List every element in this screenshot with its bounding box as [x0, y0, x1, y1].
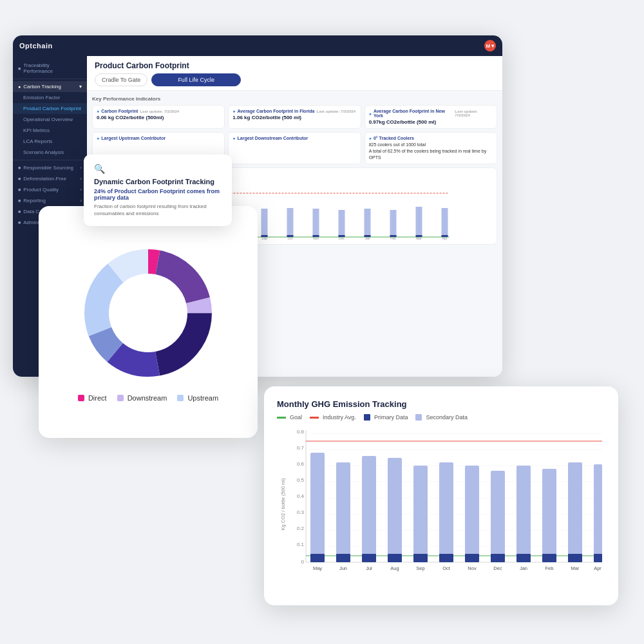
app-header: Optchain M ▾: [13, 35, 502, 56]
svg-text:May: May: [313, 565, 322, 571]
bar-chart-title: Monthly GHG Emission Tracking: [277, 399, 605, 409]
svg-rect-104: [594, 554, 602, 562]
donut-legend: Direct Downstream Upstream: [78, 394, 218, 402]
donut-chart-window: Direct Downstream Upstream: [39, 206, 258, 438]
legend-upstream: Upstream: [177, 394, 218, 402]
legend-direct: Direct: [78, 394, 107, 402]
svg-text:Feb: Feb: [545, 565, 554, 571]
svg-text:Jul: Jul: [366, 565, 372, 571]
kpi-title: Carbon Footprint: [101, 109, 138, 113]
svg-rect-71: [310, 554, 325, 562]
primary-indicator: [364, 414, 370, 421]
svg-text:Apr: Apr: [594, 565, 601, 571]
kpi-section-label: Key Performance Indicators: [92, 96, 497, 102]
kpi-title: Largest Downstream Contributor: [238, 136, 308, 140]
bar-chart-large-svg: 0.8 0.7 0.6 0.5 0.4 0.3 0.2 0.1 0 May Ju…: [277, 427, 605, 575]
svg-point-48: [111, 276, 185, 350]
svg-text:Nov: Nov: [313, 236, 319, 240]
tooltip-title: Dynamic Carbon Footprint Tracking: [94, 178, 222, 185]
svg-text:Aug: Aug: [390, 565, 399, 571]
svg-text:Mar: Mar: [571, 565, 580, 571]
kpi-card-coolers: ● 0° Tracked Coolers 825 coolers out of …: [365, 132, 497, 164]
user-avatar[interactable]: M ▾: [484, 40, 496, 52]
sidebar-item-label: LCA Reports: [23, 138, 52, 144]
svg-rect-89: [465, 554, 479, 562]
svg-rect-70: [310, 453, 325, 562]
tooltip-subtitle: 24% of Product Carbon Footprint comes fr…: [94, 188, 222, 201]
primary-label: Primary Data: [374, 414, 408, 421]
goal-indicator: [277, 417, 286, 419]
svg-text:0.5: 0.5: [297, 477, 305, 483]
svg-text:Jun: Jun: [339, 565, 347, 571]
direct-color: [78, 395, 84, 401]
svg-rect-77: [362, 554, 376, 562]
sidebar-item-carbon-tracking[interactable]: ● Carbon Tracking ▾: [13, 81, 87, 92]
svg-rect-97: [542, 469, 556, 562]
svg-rect-76: [362, 456, 376, 562]
donut-chart-svg: [77, 242, 219, 384]
kpi-card-downstream: ● Largest Downstream Contributor: [228, 132, 361, 164]
kpi-value: 0.97kg CO2e/bottle (500 ml): [369, 119, 493, 125]
upstream-label: Upstream: [187, 394, 218, 402]
kpi-title: Largest Upstream Contributor: [101, 136, 166, 140]
svg-rect-83: [413, 554, 428, 562]
sidebar-item-kpi-metrics[interactable]: KPI Metrics: [13, 125, 87, 136]
legend-industry-avg: Industry Avg.: [310, 414, 356, 421]
tooltip-popup: 🔍 Dynamic Carbon Footprint Tracking 24% …: [84, 155, 232, 226]
svg-rect-94: [516, 466, 531, 562]
svg-rect-95: [516, 554, 531, 562]
sidebar-item-label: Product Carbon Footprint: [23, 106, 81, 111]
svg-rect-88: [465, 466, 479, 562]
secondary-label: Secondary Data: [426, 414, 468, 421]
industry-label: Industry Avg.: [323, 414, 356, 421]
lifecycle-tabs: Cradle To Gate Full Life Cycle: [95, 73, 495, 86]
sidebar-item-deforestation[interactable]: ■ Deforestation-Free ›: [13, 173, 87, 184]
sidebar-item-responsible-sourcing[interactable]: ■ Responsible Sourcing ›: [13, 162, 87, 173]
sidebar-item-lca-reports[interactable]: LCA Reports: [13, 136, 87, 147]
svg-rect-80: [388, 554, 402, 562]
svg-rect-74: [336, 554, 350, 562]
svg-text:Nov: Nov: [468, 565, 477, 571]
svg-text:Mar: Mar: [416, 236, 422, 240]
sidebar-item-label: Product Quality: [23, 187, 59, 193]
full-life-cycle-tab[interactable]: Full Life Cycle: [151, 73, 241, 86]
svg-text:Sep: Sep: [416, 565, 424, 571]
svg-rect-21: [390, 210, 397, 237]
kpi-card-carbon-footprint: ● Carbon Footprint Last update: 7/2/2024…: [92, 105, 225, 129]
sidebar-item-operational-overview[interactable]: Operational Overview: [13, 114, 87, 125]
svg-rect-19: [365, 209, 371, 237]
donut-chart-container: [77, 242, 219, 384]
sidebar-item-product-quality[interactable]: ■ Product Quality ›: [13, 184, 87, 195]
divider: [13, 160, 87, 160]
kpi-value: 1.06 kg CO2e/bottle (500 ml): [232, 115, 356, 120]
svg-text:Apr: Apr: [442, 236, 448, 240]
svg-text:0.6: 0.6: [297, 461, 305, 467]
sidebar-item-emission-factor[interactable]: Emission Factor: [13, 92, 87, 103]
sidebar-item-label: Operational Overview: [23, 117, 73, 122]
svg-text:Jan: Jan: [520, 565, 527, 571]
sidebar-item-scenario-analysis[interactable]: Scenario Analysis: [13, 147, 87, 158]
page-title: Product Carbon Footprint: [95, 61, 495, 70]
svg-text:Kg CO2 / bottle (500 ml): Kg CO2 / bottle (500 ml): [280, 478, 286, 530]
upstream-color: [177, 395, 184, 401]
svg-rect-100: [568, 462, 582, 562]
sidebar-item-traceability[interactable]: ■ TraceabilityPerformance: [13, 60, 87, 77]
svg-text:Oct: Oct: [442, 565, 451, 571]
bar-chart-legend: Goal Industry Avg. Primary Data Secondar…: [277, 414, 605, 421]
svg-text:Jan: Jan: [365, 236, 370, 240]
sidebar-item-label: Deforestation-Free: [23, 176, 66, 182]
sidebar-item-product-carbon-footprint[interactable]: Product Carbon Footprint: [13, 103, 87, 114]
svg-rect-92: [491, 554, 505, 562]
sidebar-item-label: Reporting: [23, 198, 46, 204]
sidebar-item-label: Scenario Analysis: [23, 149, 64, 155]
sidebar-item-reporting[interactable]: ■ Reporting ›: [13, 195, 87, 206]
cradle-to-gate-tab[interactable]: Cradle To Gate: [95, 73, 147, 86]
svg-rect-13: [287, 208, 294, 237]
bar-chart-window: Monthly GHG Emission Tracking Goal Indus…: [264, 386, 618, 605]
svg-rect-25: [442, 208, 448, 237]
search-icon: 🔍: [94, 164, 222, 174]
svg-rect-98: [542, 554, 556, 562]
downstream-color: [117, 395, 124, 401]
sidebar-item-label: Emission Factor: [23, 95, 60, 100]
svg-rect-23: [416, 207, 422, 237]
